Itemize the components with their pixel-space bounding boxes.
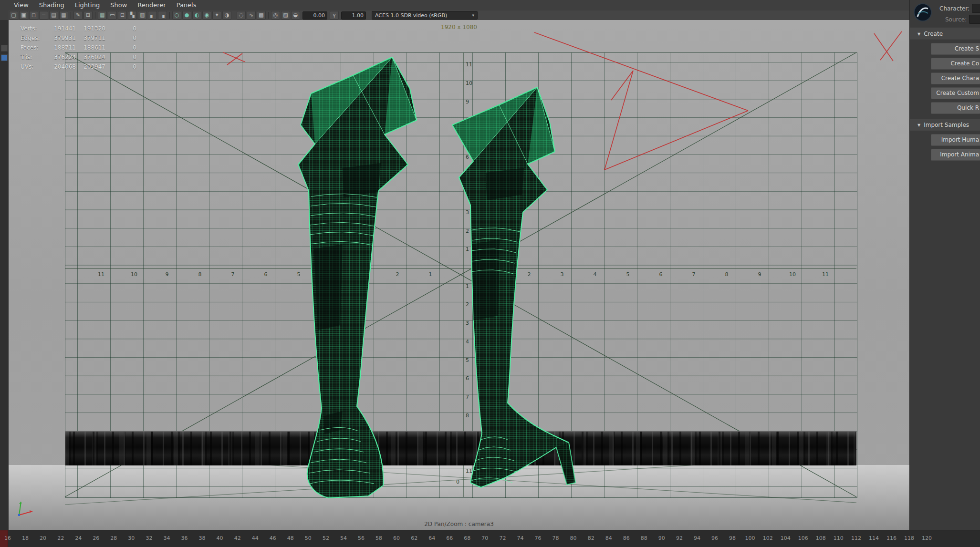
camera-icon[interactable]: ▣ <box>19 11 28 20</box>
grease-pencil-icon[interactable]: ✎ <box>73 11 83 20</box>
timeline-tick: 100 <box>743 535 757 541</box>
timeline-tick: 96 <box>708 535 721 541</box>
section-gap <box>910 161 980 165</box>
occlusion-icon[interactable]: ◌ <box>237 11 246 20</box>
pan-zoom-icon[interactable]: ⊞ <box>83 11 93 20</box>
panel-chrome: ViewShadingLightingShowRendererPanels ▢▣… <box>0 0 909 21</box>
safe-title-icon[interactable]: ▗ <box>158 11 167 20</box>
timeline-tick: 74 <box>513 535 527 541</box>
section-header-create[interactable]: ▼Create <box>910 28 980 40</box>
timeline-tick: 114 <box>867 535 880 541</box>
timeline-tick: 24 <box>72 535 85 541</box>
timeline-tick: 84 <box>602 535 615 541</box>
timeline-tick: 18 <box>19 535 32 541</box>
panel-button-import-huma[interactable]: Import Huma <box>931 134 980 146</box>
scene-objects <box>9 20 909 530</box>
field-chart-icon[interactable]: ▥ <box>138 11 147 20</box>
section-title: Import Samples <box>924 122 969 128</box>
menu-lighting[interactable]: Lighting <box>70 0 105 10</box>
toolbar-separator <box>234 12 234 19</box>
section-gap <box>910 114 980 119</box>
film-gate-icon[interactable]: ▭ <box>108 11 117 20</box>
gate-mask-icon[interactable]: ▚ <box>128 11 137 20</box>
timeline-tick: 34 <box>160 535 173 541</box>
xray-icon[interactable]: ▨ <box>281 11 290 20</box>
menu-panels[interactable]: Panels <box>171 0 202 10</box>
timeline-tick: 38 <box>196 535 209 541</box>
timeline-tick: 72 <box>496 535 509 541</box>
hud-selected: 188611 <box>76 44 105 51</box>
panel-button-quick-r[interactable]: Quick R <box>931 102 980 114</box>
section-header-import-samples[interactable]: ▼Import Samples <box>910 119 980 131</box>
hud-label: UVs: <box>21 63 51 70</box>
resolution-gate-icon[interactable]: ⊡ <box>118 11 127 20</box>
camera-attributes-icon[interactable]: ≡ <box>39 11 48 20</box>
timeline-tick: 112 <box>849 535 863 541</box>
camera-status-label: 2D Pan/Zoom : camera3 <box>9 521 909 527</box>
timeline-tick: 116 <box>885 535 898 541</box>
panel-button-create-s[interactable]: Create S <box>931 43 980 55</box>
hud-label: Edges: <box>21 35 51 41</box>
panel-button-create-custom[interactable]: Create Custom <box>931 87 980 99</box>
axis-gizmo <box>18 502 32 516</box>
right-boot-mesh[interactable] <box>452 87 575 487</box>
image-plane-icon[interactable]: ▦ <box>59 11 68 20</box>
timeline-tick: 58 <box>372 535 386 541</box>
safe-action-icon[interactable]: ▖ <box>148 11 157 20</box>
hud-row: Edges:3799313797110 <box>21 33 136 43</box>
timeline-tick: 120 <box>920 535 934 541</box>
timeline-tick: 92 <box>673 535 686 541</box>
source-select[interactable] <box>969 15 980 24</box>
hud-selected: 379711 <box>76 35 105 41</box>
default-material-icon[interactable]: ◉ <box>202 11 211 20</box>
toolbox-icon[interactable] <box>1 45 8 52</box>
wireframe-display-icon[interactable]: ○ <box>172 11 181 20</box>
view-transform-dropdown[interactable]: ACES 1.0 SDR-video (sRGB) ▾ <box>372 11 478 20</box>
menu-shading[interactable]: Shading <box>34 0 70 10</box>
camera-lock-icon[interactable]: ◻ <box>29 11 38 20</box>
bookmarks-icon[interactable]: ▤ <box>49 11 58 20</box>
view-transform-label: ACES 1.0 SDR-video (sRGB) <box>375 12 469 19</box>
grid-toggle-icon[interactable]: ▦ <box>98 11 107 20</box>
menu-show[interactable]: Show <box>105 0 132 10</box>
menu-renderer[interactable]: Renderer <box>132 0 171 10</box>
hud-extra: 0 <box>105 54 136 61</box>
textured-display-icon[interactable]: ◐ <box>192 11 201 20</box>
timeline-tick: 22 <box>54 535 67 541</box>
exposure-icon[interactable]: ◒ <box>291 11 300 20</box>
left-boot-mesh[interactable] <box>298 57 417 498</box>
timeline-tick: 98 <box>726 535 739 541</box>
timeline-tick: 36 <box>178 535 191 541</box>
timeline-tick: 86 <box>620 535 633 541</box>
multisample-icon[interactable]: ▩ <box>257 11 266 20</box>
timeline-tick: 80 <box>567 535 580 541</box>
panel-button-create-chara[interactable]: Create Chara <box>931 72 980 84</box>
panel-button-create-co[interactable]: Create Co <box>931 58 980 70</box>
timeline-tick: 16 <box>1 535 14 541</box>
toolbar-separator <box>268 12 269 19</box>
hud-row: Faces:1887111886110 <box>21 43 136 52</box>
select-camera-icon[interactable]: ▢ <box>9 11 18 20</box>
timeline-tick: 70 <box>478 535 491 541</box>
viewport-camera3[interactable]: 1110987654321123456789101111109876543211… <box>9 20 909 530</box>
exposure-field[interactable]: 0.00 <box>302 11 327 20</box>
gamma-icon[interactable]: γ <box>330 11 339 20</box>
motion-blur-icon[interactable]: ∿ <box>247 11 256 20</box>
timeline-tick: 62 <box>407 535 421 541</box>
shaded-display-icon[interactable]: ● <box>182 11 191 20</box>
lights-icon[interactable]: ✦ <box>212 11 221 20</box>
isolate-select-icon[interactable]: ◎ <box>271 11 280 20</box>
hud-row: UVs:2040682039470 <box>21 62 136 72</box>
timeline-tick: 102 <box>761 535 774 541</box>
toolbar-icon-group: ▢▣◻≡▤▦✎⊞▦▭⊡▚▥▖▗○●◐◉✦◑◌∿▩◎▨ <box>9 10 291 20</box>
shadows-icon[interactable]: ◑ <box>222 11 231 20</box>
left-toolbox-strip <box>0 20 9 530</box>
time-slider[interactable]: 1618202224262830323436384042444648505254… <box>0 530 980 547</box>
panel-button-import-anima[interactable]: Import Anima <box>931 149 980 161</box>
gamma-field[interactable]: 1.00 <box>341 11 366 20</box>
menu-view[interactable]: View <box>9 0 34 10</box>
hud-row: Tris:3762243760240 <box>21 52 136 62</box>
timeline-tick: 68 <box>460 535 474 541</box>
toolbox-active-tool-icon[interactable] <box>1 54 8 61</box>
character-select[interactable] <box>972 4 980 13</box>
